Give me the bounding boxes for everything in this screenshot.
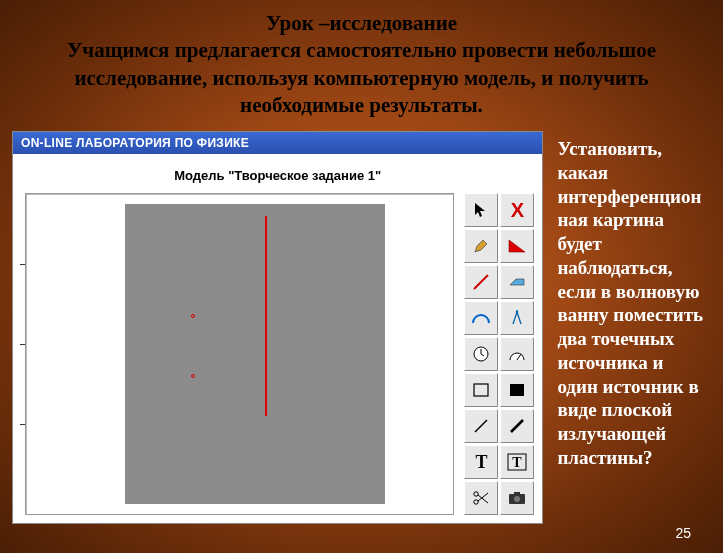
plate-emitter (265, 216, 267, 416)
workspace: X (13, 193, 542, 523)
heading-line-1: Урок –исследование (20, 10, 703, 37)
camera-tool[interactable] (500, 481, 534, 515)
point-source-2 (191, 374, 195, 378)
heading-line-2: Учащимся предлагается самостоятельно про… (20, 37, 703, 119)
svg-text:T: T (513, 455, 523, 470)
svg-point-10 (474, 492, 478, 496)
toolbox: X (464, 193, 534, 515)
slide-heading: Урок –исследование Учащимся предлагается… (0, 0, 723, 125)
axis-tick (20, 424, 25, 425)
svg-line-7 (511, 420, 523, 432)
line-tool[interactable] (464, 409, 498, 443)
pencil-tool[interactable] (464, 229, 498, 263)
svg-line-0 (474, 275, 488, 289)
axis-tick (20, 264, 25, 265)
svg-point-1 (516, 311, 519, 314)
simulation-canvas[interactable] (125, 204, 385, 504)
task-description: Установить, какая интерференцион ная кар… (543, 125, 711, 524)
point-source-1 (191, 314, 195, 318)
eraser-tool[interactable] (500, 265, 534, 299)
rect-fill-tool[interactable] (500, 373, 534, 407)
triangle-tool[interactable] (500, 229, 534, 263)
svg-rect-4 (474, 384, 488, 396)
arc-tool[interactable] (464, 301, 498, 335)
window-titlebar: ON-LINE ЛАБОРАТОРИЯ ПО ФИЗИКЕ (13, 132, 542, 154)
content-row: ON-LINE ЛАБОРАТОРИЯ ПО ФИЗИКЕ Модель "Тв… (0, 125, 723, 524)
delete-tool[interactable]: X (500, 193, 534, 227)
svg-point-13 (514, 496, 520, 502)
text-box-tool[interactable]: T (500, 445, 534, 479)
gauge-tool[interactable] (500, 337, 534, 371)
line-thick-tool[interactable] (500, 409, 534, 443)
compass-tool[interactable] (500, 301, 534, 335)
text-tool[interactable]: T (464, 445, 498, 479)
svg-point-11 (474, 500, 478, 504)
svg-line-6 (475, 420, 487, 432)
svg-rect-14 (514, 492, 520, 495)
axis-tick (20, 344, 25, 345)
canvas-frame (25, 193, 454, 515)
svg-rect-5 (510, 384, 524, 396)
model-title: Модель "Творческое задание 1" (13, 154, 542, 193)
pointer-tool[interactable] (464, 193, 498, 227)
line-red-tool[interactable] (464, 265, 498, 299)
page-number: 25 (675, 525, 691, 541)
scissors-tool[interactable] (464, 481, 498, 515)
app-window: ON-LINE ЛАБОРАТОРИЯ ПО ФИЗИКЕ Модель "Тв… (12, 131, 543, 524)
clock-tool[interactable] (464, 337, 498, 371)
rect-outline-tool[interactable] (464, 373, 498, 407)
